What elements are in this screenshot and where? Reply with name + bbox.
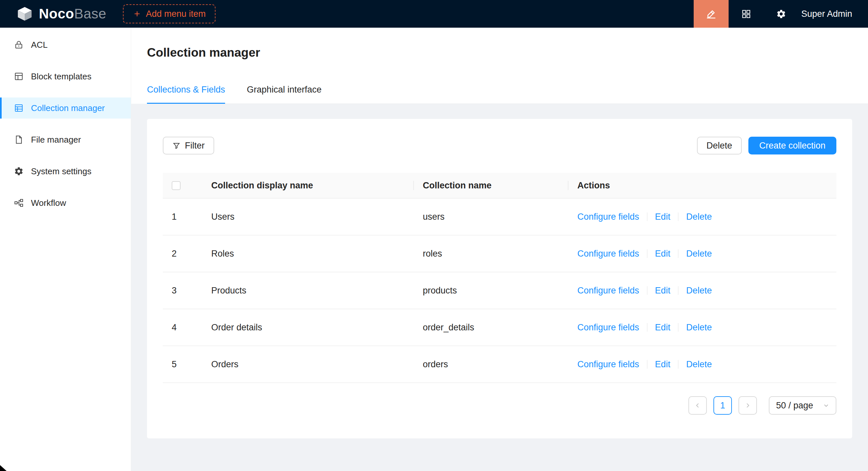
sidebar-item-acl[interactable]: ACL xyxy=(0,34,131,55)
edit-link[interactable]: Edit xyxy=(655,285,671,296)
sidebar-item-collection-manager[interactable]: Collection manager xyxy=(0,98,131,119)
delete-link[interactable]: Delete xyxy=(686,285,712,296)
toolbar-right: Delete Create collection xyxy=(697,137,836,155)
header-right: Super Admin xyxy=(694,0,868,28)
table-row: 3 Products products Configure fieldsEdit… xyxy=(163,272,836,309)
tabs: Collections & Fields Graphical interface xyxy=(147,85,868,104)
plus-icon xyxy=(133,9,142,18)
collections-card: Filter Delete Create collection xyxy=(147,119,852,438)
tab-collections-fields[interactable]: Collections & Fields xyxy=(147,85,225,103)
cell-actions: Configure fieldsEditDelete xyxy=(568,272,836,309)
page-head: Collection manager Collections & Fields … xyxy=(131,28,868,104)
gear-icon xyxy=(14,166,24,176)
ui-editor-button[interactable] xyxy=(694,0,728,28)
chevron-left-icon xyxy=(694,402,701,409)
edit-link[interactable]: Edit xyxy=(655,249,671,259)
cell-name: order_details xyxy=(414,309,568,346)
sidebar: ACL Block templates Collection manager F… xyxy=(0,28,131,471)
configure-fields-link[interactable]: Configure fields xyxy=(577,285,639,296)
sidebar-item-file-manager[interactable]: File manager xyxy=(0,129,131,150)
top-header: NocoBase Add menu item Super Admin xyxy=(0,0,868,28)
configure-fields-link[interactable]: Configure fields xyxy=(577,359,639,370)
configure-fields-link[interactable]: Configure fields xyxy=(577,323,639,333)
prev-page-button[interactable] xyxy=(688,396,707,415)
edit-link[interactable]: Edit xyxy=(655,212,671,222)
plugins-button[interactable] xyxy=(728,0,764,28)
delete-button[interactable]: Delete xyxy=(697,137,742,155)
divider xyxy=(678,249,679,258)
pagination: 1 50 / page xyxy=(163,396,836,415)
table-row: 5 Orders orders Configure fieldsEditDele… xyxy=(163,346,836,383)
row-index: 4 xyxy=(172,323,177,333)
cell-display-name: Users xyxy=(202,198,414,235)
sidebar-item-label: System settings xyxy=(31,166,92,176)
cell-display-name: Orders xyxy=(202,346,414,383)
divider xyxy=(647,286,648,295)
nocobase-logo-icon xyxy=(16,5,34,23)
configure-fields-link[interactable]: Configure fields xyxy=(577,249,639,259)
workflow-icon xyxy=(14,198,24,208)
toolbar: Filter Delete Create collection xyxy=(163,137,836,155)
configure-fields-link[interactable]: Configure fields xyxy=(577,212,639,222)
tab-graphical-interface[interactable]: Graphical interface xyxy=(247,85,322,103)
cell-name: roles xyxy=(414,235,568,272)
cell-name: orders xyxy=(414,346,568,383)
col-actions: Actions xyxy=(568,173,836,198)
col-display-name: Collection display name xyxy=(202,173,414,198)
col-name: Collection name xyxy=(414,173,568,198)
divider xyxy=(647,323,648,332)
sidebar-item-label: Workflow xyxy=(31,198,66,208)
row-index: 2 xyxy=(172,249,177,259)
filter-label: Filter xyxy=(185,141,205,151)
next-page-button[interactable] xyxy=(739,396,757,415)
brand-text: NocoBase xyxy=(39,6,106,22)
brand-bold: Noco xyxy=(39,6,74,22)
sidebar-item-label: Collection manager xyxy=(31,103,105,113)
delete-link[interactable]: Delete xyxy=(686,212,712,222)
sidebar-item-label: Block templates xyxy=(31,71,92,82)
page-size-value: 50 / page xyxy=(776,401,813,411)
delete-link[interactable]: Delete xyxy=(686,359,712,370)
add-menu-item-button[interactable]: Add menu item xyxy=(123,4,216,23)
current-user[interactable]: Super Admin xyxy=(801,9,852,19)
create-collection-button[interactable]: Create collection xyxy=(748,137,836,155)
edit-link[interactable]: Edit xyxy=(655,323,671,333)
delete-link[interactable]: Delete xyxy=(686,323,712,333)
divider xyxy=(647,212,648,221)
table-row: 4 Order details order_details Configure … xyxy=(163,309,836,346)
cell-actions: Configure fieldsEditDelete xyxy=(568,346,836,383)
gear-icon xyxy=(776,9,786,19)
row-index: 5 xyxy=(172,359,177,370)
table-header-row: Collection display name Collection name … xyxy=(163,173,836,198)
divider xyxy=(678,323,679,332)
brand: NocoBase xyxy=(16,5,106,23)
sidebar-item-system-settings[interactable]: System settings xyxy=(0,161,131,182)
page-1-button[interactable]: 1 xyxy=(713,396,732,415)
table-row: 1 Users users Configure fieldsEditDelete xyxy=(163,198,836,235)
grid-icon xyxy=(741,9,751,19)
edit-link[interactable]: Edit xyxy=(655,359,671,370)
highlighter-icon xyxy=(706,8,717,20)
layout: ACL Block templates Collection manager F… xyxy=(0,28,868,471)
create-collection-label: Create collection xyxy=(759,141,826,151)
sidebar-item-workflow[interactable]: Workflow xyxy=(0,192,131,213)
cell-display-name: Roles xyxy=(202,235,414,272)
sidebar-item-label: ACL xyxy=(31,40,48,50)
collection-icon xyxy=(14,103,24,113)
delete-link[interactable]: Delete xyxy=(686,249,712,259)
select-all-checkbox[interactable] xyxy=(172,181,181,190)
cell-actions: Configure fieldsEditDelete xyxy=(568,198,836,235)
add-menu-item-label: Add menu item xyxy=(146,9,206,19)
file-icon xyxy=(14,135,24,144)
divider xyxy=(647,249,648,258)
chevron-down-icon xyxy=(823,403,829,408)
cursor-artifact xyxy=(0,465,7,471)
content: Filter Delete Create collection xyxy=(131,104,868,471)
page-size-select[interactable]: 50 / page xyxy=(769,396,836,415)
filter-button[interactable]: Filter xyxy=(163,137,214,155)
select-all-cell xyxy=(163,173,202,198)
system-settings-button[interactable] xyxy=(764,0,799,28)
sidebar-item-block-templates[interactable]: Block templates xyxy=(0,66,131,87)
brand-light: Base xyxy=(74,6,106,22)
table-row: 2 Roles roles Configure fieldsEditDelete xyxy=(163,235,836,272)
